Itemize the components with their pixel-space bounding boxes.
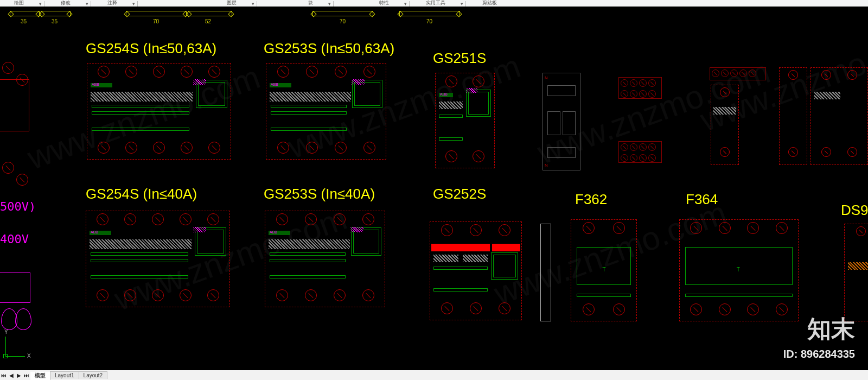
cad-canvas[interactable]: www.znzmo.com www.znzmo.com www.znzmo.co… [0,7,868,370]
terminal-strip [710,67,766,80]
tab-nav-last[interactable]: ⏭ [23,371,30,379]
dimension-value: 35 [21,18,27,24]
tab-layout1[interactable]: Layout1 [50,371,79,379]
chevron-down-icon[interactable]: ▾ [404,1,407,7]
breaker-f362: T [571,219,637,321]
watermark-brand: 知末 [807,313,855,345]
component-grey-1: N N [542,73,580,170]
ribbon-group-block[interactable]: 块 [308,0,313,7]
terminal-block-top [618,77,662,99]
hatch-accent [350,227,363,232]
ribbon-group-utilities[interactable]: 实用工具 [426,0,445,7]
terminal-t-tag: T [603,267,606,273]
hatch-accent [193,79,206,85]
component-label: GS251S [433,50,486,67]
terminal-n-tag: N [545,75,548,80]
layout-tabbar[interactable]: ⏮ ◀ ▶ ⏭ 模型 Layout1 Layout2 [0,370,868,380]
dimension-value: 70 [153,18,159,24]
ucs-axis-icon: Y X [5,337,38,369]
dimension-bar [399,11,460,16]
dimension-value: 70 [426,18,432,24]
tab-layout2[interactable]: Layout2 [79,371,108,379]
component-label: GS254S (In≤50,63A) [86,40,216,57]
ribbon-group-layers[interactable]: 图层 [227,0,237,7]
hatch-accent [193,227,206,232]
brand-tag: ABB [91,230,98,234]
chevron-down-icon[interactable]: ▾ [461,1,463,7]
component-label: GS252S [433,186,486,202]
terminal-t-tag: T [737,267,740,273]
breaker-gs252s [430,221,522,320]
chevron-down-icon[interactable]: ▾ [39,1,42,7]
separator [409,1,410,7]
breaker-gs253s-50-63: ABB [266,63,386,160]
breaker-gs254s-40: ABB [86,211,230,307]
dimension-bar [312,11,373,16]
text-voltage-1: 500V) [0,200,36,213]
dimension-bar [188,11,232,16]
hatch-accent [352,79,365,85]
component-label: DS9 [841,202,868,219]
ribbon-toolbar[interactable]: 绘图▾ 修改▾ 注释▾ 图层▾ 块▾ 特性▾ 实用工具▾ 剪贴板 [0,0,868,7]
breaker-f364: T [679,219,799,321]
breaker-small-1 [711,85,739,165]
component-label: F364 [686,191,718,208]
dimension-value: 70 [340,18,346,24]
component-label: GS253S (In≤40A) [264,186,375,202]
separator [257,1,257,7]
axis-x-label: X [27,353,31,359]
breaker-small-3 [810,67,868,165]
tab-nav-next[interactable]: ▶ [15,371,23,379]
breaker-gs251s: ABB [435,73,495,168]
component-partial-left [0,61,30,153]
tab-nav-first[interactable]: ⏮ [0,371,8,379]
component-label: GS253S (In≤50,63A) [264,40,394,57]
ribbon-group-draw[interactable]: 绘图 [14,0,24,7]
tab-nav-prev[interactable]: ◀ [8,371,15,379]
breaker-gs254s-50-63: ABB [87,63,231,160]
text-voltage-2: 400V [0,232,29,246]
brand-tag: ABB [270,230,277,234]
dimension-bar [10,11,40,16]
separator [44,1,44,7]
component-label: GS254S (In≤40A) [86,186,197,202]
dimension-bar [126,11,187,16]
terminal-n-tag: N [545,163,548,168]
component-label: F362 [575,191,607,208]
chevron-down-icon[interactable]: ▾ [252,1,254,7]
dimension-value: 52 [205,18,211,24]
separator [91,1,91,7]
brand-tag: ABB [440,92,448,96]
tab-model[interactable]: 模型 [30,371,50,380]
axis-y-label: Y [4,329,8,335]
component-partial-left-2 [0,273,31,338]
brand-tag: ABB [92,83,99,86]
chevron-down-icon[interactable]: ▾ [132,1,135,7]
hatch-accent [467,88,477,93]
ribbon-group-clipboard[interactable]: 剪贴板 [482,0,497,7]
terminal-block-bottom [618,141,662,163]
separator [465,1,466,7]
ribbon-group-modify[interactable]: 修改 [61,0,71,7]
separator [333,1,334,7]
component-slim [540,224,551,321]
ribbon-group-properties[interactable]: 特性 [379,0,389,7]
chevron-down-icon[interactable]: ▾ [86,1,88,7]
breaker-gs253s-40: ABB [265,211,385,307]
chevron-down-icon[interactable]: ▾ [328,1,331,7]
breaker-partial-right [844,224,868,321]
separator [137,1,138,7]
breaker-small-2 [779,67,807,165]
ribbon-group-annotate[interactable]: 注释 [107,0,117,7]
watermark-id: ID: 896284335 [783,348,855,360]
dimension-bar [41,11,71,16]
dimension-value: 35 [52,18,58,24]
brand-tag: ABB [271,83,278,86]
